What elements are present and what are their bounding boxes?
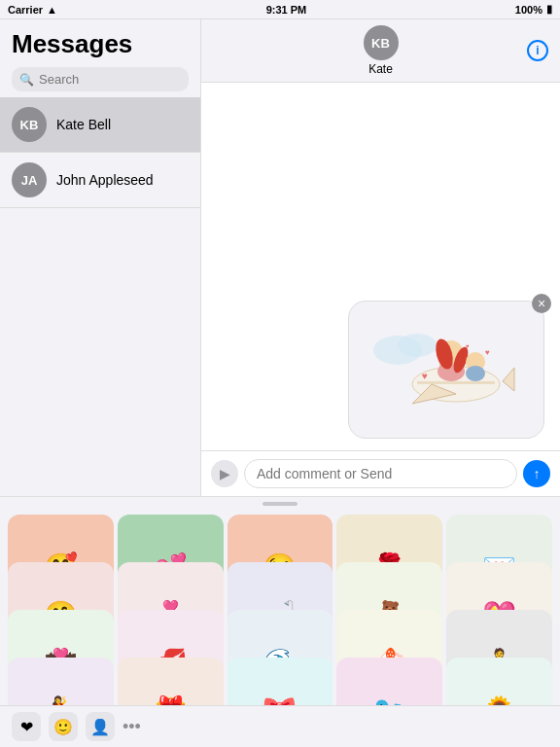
heart-icon: ❤ <box>20 718 33 736</box>
drag-handle-bar <box>262 502 298 506</box>
svg-text:♥: ♥ <box>466 343 470 349</box>
chat-input-area: ▶ ↑ <box>201 450 560 496</box>
close-button[interactable]: × <box>532 294 551 313</box>
drag-handle <box>0 497 560 511</box>
search-bar[interactable]: 🔍 <box>12 67 189 91</box>
avatar-kate-bell: KB <box>12 107 47 142</box>
person-icon: 👤 <box>90 718 110 736</box>
sticker-toolbar-person-btn[interactable]: 👤 <box>86 712 115 741</box>
avatar-john-appleseed: JA <box>12 162 47 197</box>
chat-avatar: KB <box>364 25 399 60</box>
close-icon: × <box>538 297 545 310</box>
sticker-item-17[interactable]: 🎁 <box>118 658 224 705</box>
sticker-bubble: × <box>348 301 544 439</box>
sticker-item-19[interactable]: 🐦 <box>336 658 442 705</box>
info-icon: i <box>536 44 539 57</box>
conversation-list: KB Kate Bell JA John Appleseed <box>0 97 200 496</box>
contact-name-kate-bell: Kate Bell <box>56 117 111 132</box>
sidebar: Messages 🔍 KB Kate Bell JA John Applesee… <box>0 19 201 496</box>
emoji-icon: 🙂 <box>53 718 73 736</box>
sticker-grid: 🥰💕😘🌹💌🤗💑🛁🧸💝💏💋🌊🍰🧍💃🎁🎀🐦🌻 <box>0 511 560 705</box>
svg-text:♥: ♥ <box>485 348 490 357</box>
sticker-illustration: ♥ ♥ ♥ <box>359 311 534 428</box>
message-input[interactable] <box>244 459 517 488</box>
sticker-toolbar-more-btn[interactable]: ••• <box>122 717 141 737</box>
send-button[interactable]: ↑ <box>523 460 550 487</box>
contact-name-john-appleseed: John Appleseed <box>56 172 154 188</box>
svg-text:♥: ♥ <box>422 371 428 381</box>
conversation-item-john-appleseed[interactable]: JA John Appleseed <box>0 153 200 208</box>
sidebar-header: Messages 🔍 <box>0 19 200 97</box>
sticker-panel: 🥰💕😘🌹💌🤗💑🛁🧸💝💏💋🌊🍰🧍💃🎁🎀🐦🌻 ❤ 🙂 👤 ••• <box>0 496 560 747</box>
expand-icon: ▶ <box>220 466 230 481</box>
time-label: 9:31 PM <box>266 4 307 16</box>
carrier-label: Carrier <box>8 4 43 16</box>
page-title: Messages <box>12 29 189 59</box>
battery-icon: ▮ <box>546 3 552 16</box>
wifi-icon: ▲ <box>47 4 57 16</box>
search-input[interactable] <box>39 72 181 87</box>
chat-header: KB Kate i <box>201 19 560 83</box>
svg-point-11 <box>466 366 485 381</box>
sticker-item-18[interactable]: 🎀 <box>228 658 333 705</box>
svg-point-1 <box>398 334 437 357</box>
info-button[interactable]: i <box>527 40 548 61</box>
main-content: Messages 🔍 KB Kate Bell JA John Applesee… <box>0 19 560 496</box>
expand-button[interactable]: ▶ <box>211 460 238 487</box>
chat-contact-name: Kate <box>368 62 393 76</box>
conversation-item-kate-bell[interactable]: KB Kate Bell <box>0 97 200 153</box>
sticker-item-20[interactable]: 🌻 <box>446 658 552 705</box>
svg-marker-4 <box>503 368 514 391</box>
sticker-toolbar-heart-btn[interactable]: ❤ <box>12 712 41 741</box>
battery-label: 100% <box>515 4 542 16</box>
chat-panel: KB Kate i × <box>201 19 560 496</box>
sticker-item-16[interactable]: 💃 <box>8 658 114 705</box>
status-bar: Carrier ▲ 9:31 PM 100% ▮ <box>0 0 560 19</box>
sticker-toolbar: ❤ 🙂 👤 ••• <box>0 705 560 747</box>
send-icon: ↑ <box>534 466 541 481</box>
svg-rect-15 <box>417 381 495 384</box>
chat-header-center: KB Kate <box>364 25 399 76</box>
sticker-toolbar-emoji-btn[interactable]: 🙂 <box>49 712 78 741</box>
search-icon: 🔍 <box>19 73 34 87</box>
chat-messages: × <box>201 83 560 450</box>
